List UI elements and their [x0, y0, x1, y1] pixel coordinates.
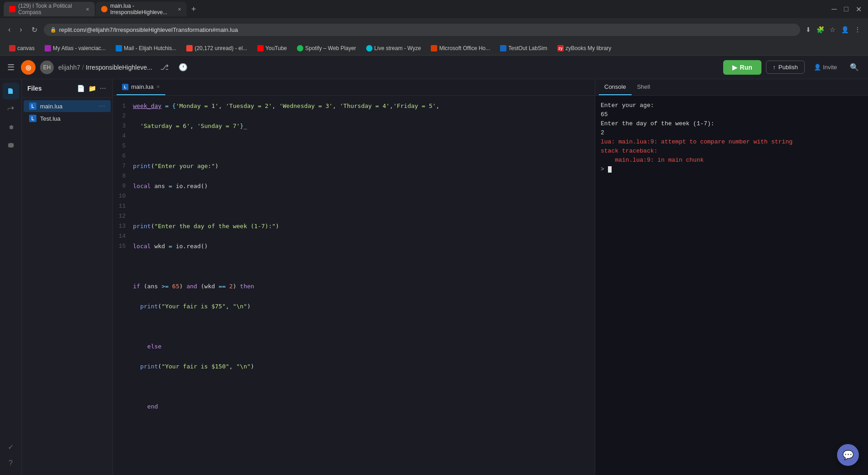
run-button[interactable]: ▶ Run [723, 60, 761, 75]
code-line-7: print("Enter the day of the week (1-7):"… [133, 221, 591, 231]
git-branch-icon[interactable]: ⎇ [158, 61, 170, 73]
console-tabs: Console Shell [595, 79, 868, 96]
bookmark-canvas[interactable]: canvas [5, 44, 38, 52]
publish-arrow-icon: ↑ [773, 64, 776, 71]
console-content[interactable]: Enter your age: 65 Enter the day of the … [595, 96, 868, 475]
download-icon[interactable]: ⬇ [804, 24, 813, 35]
console-error-1: lua: main.lua:9: attempt to compare numb… [601, 138, 863, 147]
code-line-3 [133, 141, 591, 151]
bookmark-mail[interactable]: Mail - Elijah Hutchis... [112, 44, 180, 52]
console-prompt-line[interactable]: > [601, 165, 863, 174]
line-numbers: 1 2 3 4 5 6 7 8 9 10 11 12 13 14 15 [113, 96, 129, 475]
forward-button[interactable]: › [17, 24, 25, 36]
file-item-main[interactable]: L main.lua ⋯ [24, 100, 111, 112]
file-panel-header: Files 📄 📁 ⋯ [22, 79, 112, 98]
breadcrumb: elijahh7 / IrresponsibleHighleve... [58, 64, 152, 71]
code-line-1: week_day = {'Monday = 1', 'Tuesday = 2',… [133, 101, 591, 111]
minimize-button[interactable]: ─ [829, 3, 839, 15]
chat-icon: 💬 [842, 449, 854, 460]
editor-tab-close[interactable]: ✕ [156, 84, 160, 89]
code-content[interactable]: week_day = {'Monday = 1', 'Tuesday = 2',… [129, 96, 595, 475]
sidebar-help-button[interactable]: ? [3, 455, 19, 471]
console-tab-label: Console [604, 83, 626, 90]
atlas-favicon [45, 45, 51, 51]
extensions-icon[interactable]: 🧩 [815, 24, 826, 35]
chat-fab-button[interactable]: 💬 [837, 444, 859, 466]
console-line-4: 2 [601, 128, 863, 138]
search-button[interactable]: 🔍 [846, 61, 863, 73]
line-num-4: 4 [117, 131, 126, 141]
new-tab-button[interactable]: + [188, 3, 200, 16]
tab-close-replit[interactable]: ✕ [178, 7, 181, 12]
testout-favicon [500, 45, 506, 51]
file-panel-actions: 📄 📁 ⋯ [76, 84, 107, 93]
star-icon[interactable]: ☆ [828, 24, 837, 35]
yt-favicon [257, 45, 264, 51]
console-tab-console[interactable]: Console [599, 79, 632, 95]
bookmark-office[interactable]: Microsoft Office Ho... [427, 44, 494, 52]
sidebar-settings-button[interactable] [3, 119, 19, 136]
lua-icon-main: L [29, 102, 36, 110]
line-num-7: 7 [117, 161, 126, 171]
sidebar-check-button[interactable]: ✓ [3, 439, 19, 455]
user-avatar[interactable]: EH [40, 61, 54, 74]
bookmark-zy[interactable]: zy zyBooks My library [554, 44, 615, 52]
tab-youtube[interactable]: (129) I Took a Political Compass ✕ [4, 2, 95, 16]
breadcrumb-user[interactable]: elijahh7 [58, 64, 80, 71]
code-line-6 [133, 201, 591, 211]
replit-logo[interactable]: ◎ [21, 60, 36, 75]
line-num-3: 3 [117, 121, 126, 131]
close-window-button[interactable]: ✕ [853, 3, 864, 15]
file-main-menu-button[interactable]: ⋯ [99, 102, 105, 110]
bookmark-gmail[interactable]: (20,172 unread) - el... [183, 44, 250, 52]
editor-content[interactable]: 1 2 3 4 5 6 7 8 9 10 11 12 13 14 15 week… [113, 96, 595, 475]
tab-replit[interactable]: main.lua - IrresponsibleHighleve... ✕ [96, 2, 187, 16]
lua-icon-test: L [29, 115, 36, 122]
code-line-4: print("Enter your age:") [133, 161, 591, 171]
line-num-13: 13 [117, 221, 126, 231]
editor-tab-main[interactable]: L main.lua ✕ [117, 79, 165, 95]
breadcrumb-separator: / [82, 64, 84, 71]
console-tab-shell[interactable]: Shell [632, 79, 656, 95]
invite-button[interactable]: 👤 Invite [809, 61, 842, 73]
bookmark-gmail-label: (20,172 unread) - el... [194, 45, 247, 51]
maximize-button[interactable]: □ [841, 3, 851, 15]
back-button[interactable]: ‹ [5, 24, 13, 36]
publish-button[interactable]: ↑ Publish [766, 61, 805, 74]
line-num-5: 5 [117, 141, 126, 151]
main-content: ✓ ? Files 📄 📁 ⋯ L main.lua ⋯ [0, 79, 868, 475]
sidebar-database-button[interactable] [3, 138, 19, 154]
tab-label-yt: (129) I Took a Political Compass [18, 3, 81, 15]
history-icon[interactable]: 🕐 [177, 61, 189, 73]
code-line-12 [133, 322, 591, 332]
file-more-button[interactable]: ⋯ [99, 84, 107, 93]
run-play-icon: ▶ [732, 64, 737, 71]
toolbar-icons: ⬇ 🧩 ☆ 👤 ⋮ [804, 24, 863, 35]
sidebar-files-button[interactable] [3, 83, 19, 99]
line-num-11: 11 [117, 201, 126, 211]
bookmark-spotify[interactable]: Spotify – Web Player [293, 44, 360, 52]
bookmark-mail-label: Mail - Elijah Hutchis... [124, 45, 176, 51]
bookmark-atlas[interactable]: My Atlas - valenciac... [41, 44, 109, 52]
code-line-10: if (ans >= 65) and (wkd == 2) then [133, 281, 591, 291]
bookmark-testout[interactable]: TestOut LabSim [496, 44, 551, 52]
profile-icon[interactable]: 👤 [839, 24, 851, 35]
file-item-test[interactable]: L Test.lua [24, 112, 111, 124]
new-file-button[interactable]: 📄 [76, 84, 86, 93]
new-folder-button[interactable]: 📁 [87, 84, 97, 93]
refresh-button[interactable]: ↻ [29, 24, 40, 36]
zy-favicon: zy [557, 45, 564, 51]
breadcrumb-project: IrresponsibleHighleve... [86, 64, 152, 71]
code-line-13: else [133, 342, 591, 352]
more-icon[interactable]: ⋮ [853, 24, 863, 35]
console-line-2: 65 [601, 110, 863, 119]
code-line-5: local ans = io.read() [133, 181, 591, 191]
console-panel: Console Shell Enter your age: 65 Enter t… [595, 79, 868, 475]
hamburger-button[interactable]: ☰ [5, 61, 16, 74]
tab-close-yt[interactable]: ✕ [86, 7, 89, 12]
bookmark-wyze[interactable]: Live stream - Wyze [363, 44, 425, 52]
bookmark-youtube[interactable]: YouTube [254, 44, 291, 52]
address-bar[interactable]: 🔒 replit.com/@elijahh7/IrresponsibleHigh… [44, 24, 800, 36]
editor-tabs: L main.lua ✕ [113, 79, 595, 96]
sidebar-share-button[interactable] [3, 101, 19, 117]
